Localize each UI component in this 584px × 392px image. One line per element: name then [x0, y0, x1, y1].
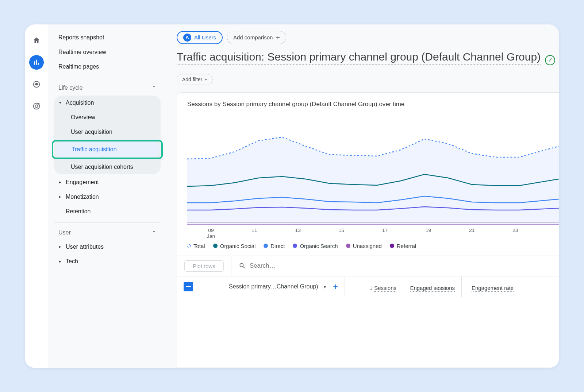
- section-label: User: [58, 229, 71, 236]
- chevron-up-icon: ⌃: [152, 85, 156, 91]
- line-chart: 09 11 13 15 17 19 21 23 Jan: [187, 115, 559, 239]
- legend-total[interactable]: Total: [187, 243, 205, 249]
- section-label: Life cycle: [58, 85, 83, 91]
- group-engagement[interactable]: ▸ Engagement: [54, 175, 161, 190]
- group-label: Tech: [66, 258, 78, 265]
- legend-swatch: [390, 244, 394, 248]
- sort-desc-icon: ↓: [369, 284, 373, 291]
- section-user[interactable]: User ⌃: [54, 222, 161, 240]
- col-engaged-sessions[interactable]: Engaged sessions: [403, 276, 462, 297]
- nav-label: Realtime pages: [58, 63, 99, 70]
- nav-realtime-overview[interactable]: Realtime overview: [54, 45, 161, 59]
- chip-label: Add filter: [182, 77, 202, 82]
- app-frame: Reports snapshot Realtime overview Realt…: [25, 24, 559, 368]
- chevron-right-icon: ▸: [59, 180, 66, 185]
- section-life-cycle[interactable]: Life cycle ⌃: [54, 78, 161, 95]
- svg-text:17: 17: [382, 228, 388, 233]
- svg-text:19: 19: [426, 228, 431, 233]
- chart-card: Sessions by Session primary channel grou…: [177, 92, 559, 368]
- svg-text:23: 23: [512, 228, 518, 233]
- chip-add-comparison[interactable]: Add comparison +: [227, 31, 286, 44]
- legend-unassigned[interactable]: Unassigned: [346, 243, 382, 249]
- advertising-icon[interactable]: [29, 99, 44, 113]
- group-monetization[interactable]: ▸ Monetization: [54, 190, 161, 204]
- legend-swatch: [293, 244, 297, 248]
- chip-add-filter[interactable]: Add filter +: [177, 74, 213, 85]
- nav-overview[interactable]: Overview: [54, 110, 161, 125]
- caret-down-icon: ▼: [323, 284, 327, 290]
- svg-text:11: 11: [251, 228, 257, 233]
- legend-swatch: [187, 244, 191, 248]
- col-sessions[interactable]: ↓Sessions: [345, 276, 403, 297]
- legend-direct[interactable]: Direct: [264, 243, 285, 249]
- svg-text:13: 13: [295, 228, 301, 233]
- dimension-column: Session primary…Channel Group) ▼ +: [177, 276, 345, 297]
- table-toolbar: Plot rows: [177, 256, 559, 276]
- svg-text:09: 09: [208, 228, 214, 233]
- group-label: User attributes: [66, 244, 104, 250]
- nav-user-acquisition[interactable]: User acquisition: [54, 125, 161, 139]
- svg-text:15: 15: [339, 228, 345, 233]
- chevron-right-icon: ▸: [59, 259, 66, 264]
- group-label: Monetization: [66, 194, 99, 200]
- col-engagement-rate[interactable]: Engagement rate: [462, 276, 520, 297]
- legend-swatch: [264, 244, 268, 248]
- group-label: Acquisition: [66, 100, 94, 106]
- svg-point-1: [35, 105, 38, 107]
- chart-title: Sessions by Session primary channel grou…: [177, 93, 559, 112]
- legend-referral[interactable]: Referral: [390, 243, 416, 249]
- plot-rows-button[interactable]: Plot rows: [184, 260, 224, 272]
- group-acquisition: ▾ Acquisition Overview User acquisition …: [54, 96, 161, 174]
- chart-area: 09 11 13 15 17 19 21 23 Jan: [177, 112, 559, 241]
- select-all-checkbox[interactable]: [184, 282, 193, 291]
- chip-label: All Users: [194, 34, 216, 40]
- chip-label: Add comparison: [233, 34, 273, 40]
- add-dimension-button[interactable]: +: [333, 282, 338, 292]
- comparison-chips: A All Users Add comparison +: [177, 31, 559, 44]
- nav-rail: [25, 24, 48, 368]
- legend-swatch: [213, 244, 218, 248]
- group-user-attributes[interactable]: ▸ User attributes: [54, 240, 161, 254]
- plus-icon: +: [276, 34, 280, 41]
- nav-label: Reports snapshot: [58, 34, 104, 41]
- title-row: Traffic acquisition: Session primary cha…: [177, 51, 559, 70]
- svg-text:Jan: Jan: [207, 233, 215, 238]
- chevron-down-icon: ▾: [59, 100, 66, 105]
- chevron-up-icon: ⌃: [152, 230, 156, 236]
- chip-badge: A: [183, 34, 191, 42]
- chip-all-users[interactable]: A All Users: [177, 31, 223, 44]
- plus-icon: +: [204, 77, 207, 82]
- explore-icon[interactable]: [29, 77, 44, 92]
- group-acquisition-header[interactable]: ▾ Acquisition: [54, 96, 161, 110]
- dimension-picker[interactable]: Session primary…Channel Group) ▼: [229, 283, 327, 290]
- page-title[interactable]: Traffic acquisition: Session primary cha…: [177, 51, 541, 65]
- group-tech[interactable]: ▸ Tech: [54, 254, 161, 269]
- chevron-right-icon: ▸: [59, 194, 66, 199]
- chevron-right-icon: ▸: [59, 244, 66, 249]
- search-input[interactable]: [250, 262, 559, 269]
- chart-legend: Total Organic Social Direct Organic Sear…: [177, 241, 559, 256]
- main-content: A All Users Add comparison + Traffic acq…: [165, 24, 559, 368]
- highlight-annotation: Traffic acquisition: [52, 140, 163, 159]
- nav-user-acquisition-cohorts[interactable]: User acquisition cohorts: [54, 160, 161, 174]
- legend-swatch: [346, 244, 350, 248]
- nav-reports-snapshot[interactable]: Reports snapshot: [54, 30, 161, 45]
- svg-text:21: 21: [469, 228, 475, 233]
- home-icon[interactable]: [29, 33, 44, 48]
- nav-label: Retention: [66, 208, 91, 215]
- nav-realtime-pages[interactable]: Realtime pages: [54, 59, 161, 74]
- legend-organic-search[interactable]: Organic Search: [293, 243, 338, 249]
- search-icon: [239, 262, 246, 269]
- nav-retention[interactable]: Retention: [54, 204, 161, 219]
- status-check-icon[interactable]: ✓: [545, 55, 555, 65]
- reports-icon[interactable]: [29, 55, 44, 70]
- search-wrap: [231, 256, 559, 276]
- nav-label: Realtime overview: [58, 49, 106, 55]
- group-label: Engagement: [66, 179, 99, 186]
- legend-organic-social[interactable]: Organic Social: [213, 243, 256, 249]
- table-header-row: Session primary…Channel Group) ▼ + ↓Sess…: [177, 276, 559, 297]
- sidebar: Reports snapshot Realtime overview Realt…: [48, 24, 165, 368]
- nav-traffic-acquisition[interactable]: Traffic acquisition: [55, 142, 160, 157]
